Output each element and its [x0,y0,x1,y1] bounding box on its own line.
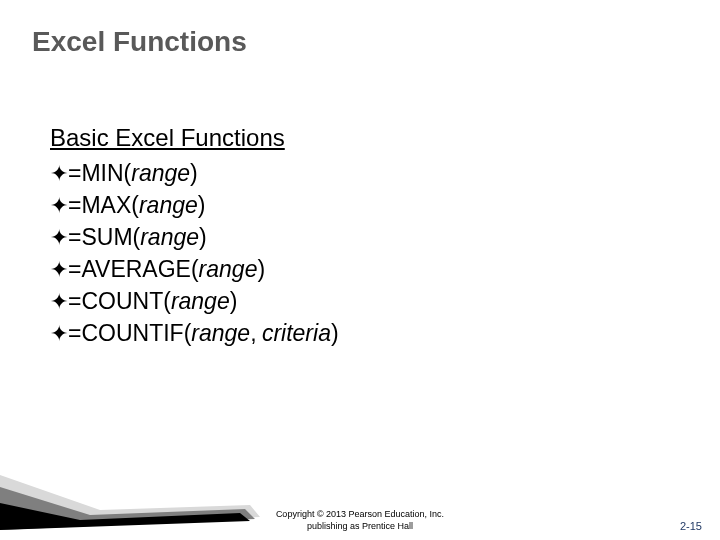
bullet-text: =MAX(range) [68,190,205,220]
list-item: ✦ =SUM(range) [50,222,670,252]
bullet-icon: ✦ [50,319,68,349]
list-item: ✦ =AVERAGE(range) [50,254,670,284]
subheading: Basic Excel Functions [50,124,670,152]
list-item: ✦ =COUNT(range) [50,286,670,316]
bullet-icon: ✦ [50,191,68,221]
copyright-line-2: publishing as Prentice Hall [307,521,413,531]
content-area: Basic Excel Functions ✦ =MIN(range) ✦ =M… [50,124,670,350]
slide: Excel Functions Basic Excel Functions ✦ … [0,0,720,540]
copyright-footer: Copyright © 2013 Pearson Education, Inc.… [0,508,720,532]
list-item: ✦ =MAX(range) [50,190,670,220]
list-item: ✦ =MIN(range) [50,158,670,188]
bullet-icon: ✦ [50,287,68,317]
bullet-text: =COUNT(range) [68,286,237,316]
bullet-icon: ✦ [50,223,68,253]
copyright-line-1: Copyright © 2013 Pearson Education, Inc. [276,509,444,519]
bullet-text: =MIN(range) [68,158,198,188]
bullet-icon: ✦ [50,159,68,189]
bullet-text: =AVERAGE(range) [68,254,265,284]
bullet-icon: ✦ [50,255,68,285]
bullet-text: =SUM(range) [68,222,207,252]
list-item: ✦ =COUNTIF(range, criteria) [50,318,670,348]
slide-title: Excel Functions [32,26,247,58]
page-number: 2-15 [680,520,702,532]
bullet-text: =COUNTIF(range, criteria) [68,318,339,348]
